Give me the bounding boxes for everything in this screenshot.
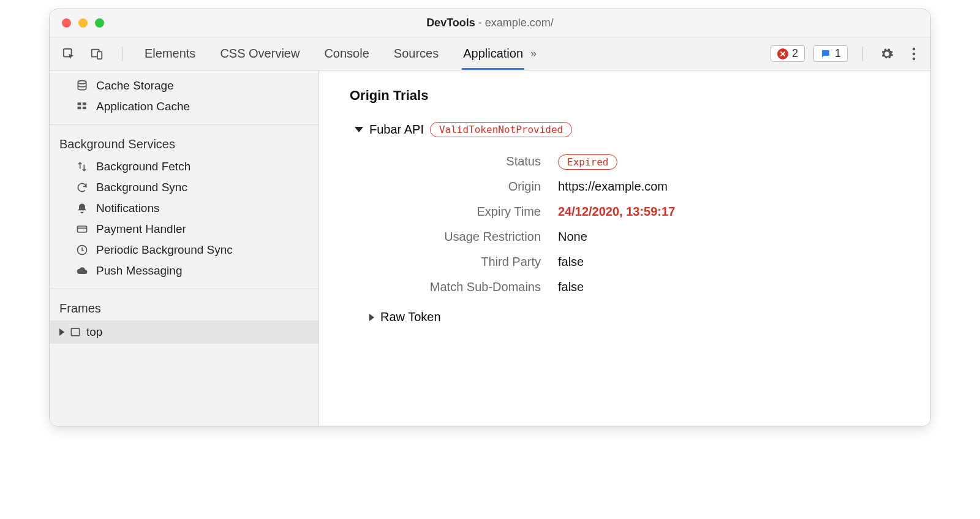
value-status: Expired [558,154,912,169]
window-title-sep: - [475,17,485,29]
expand-icon [369,314,374,321]
label-usage-restriction: Usage Restriction [374,230,558,244]
label-status: Status [374,154,558,169]
sidebar-item-label: Periodic Background Sync [96,243,233,257]
expand-icon [59,328,64,336]
window-title: DevTools - example.com/ [50,17,930,29]
devtools-toolbar: Elements CSS Overview Console Sources Ap… [50,37,930,70]
sidebar-item-label: Background Fetch [96,160,190,173]
tab-application[interactable]: Application [462,38,524,70]
sidebar-item-frame-top[interactable]: top [50,320,318,344]
sidebar-item-push-messaging[interactable]: Push Messaging [50,260,318,281]
svg-rect-7 [78,102,81,105]
devtools-body: Cache Storage Application Cache Backgrou… [50,70,930,426]
svg-rect-9 [78,107,81,109]
sidebar-item-label: top [86,325,102,339]
minimize-window-button[interactable] [78,18,88,28]
sidebar-heading-frames: Frames [50,294,318,320]
raw-token-row[interactable]: Raw Token [369,310,912,324]
clock-icon [75,244,89,256]
svg-point-6 [78,81,86,84]
label-origin: Origin [374,180,558,194]
svg-rect-2 [97,51,102,59]
value-usage-restriction: None [558,230,912,244]
tab-console[interactable]: Console [323,38,370,70]
sidebar-group-background-services: Background Services Background Fetch Bac… [50,125,318,289]
sidebar-item-label: Application Cache [96,100,190,113]
panel-tabs: Elements CSS Overview Console Sources Ap… [143,38,524,70]
device-toggle-icon[interactable] [88,45,106,63]
svg-rect-8 [83,102,86,105]
window-titlebar: DevTools - example.com/ [50,9,930,37]
devtools-window: DevTools - example.com/ Elements CSS Ove… [49,9,931,426]
traffic-lights [62,18,104,28]
sidebar-item-label: Payment Handler [96,222,186,236]
sidebar-item-label: Push Messaging [96,264,182,278]
transfer-icon [75,161,89,173]
settings-icon[interactable] [878,45,896,63]
status-badge: Expired [558,154,617,170]
label-match-subdomains: Match Sub-Domains [374,280,558,294]
sidebar-item-notifications[interactable]: Notifications [50,198,318,219]
messages-count: 1 [835,47,841,60]
origin-trial-row[interactable]: Fubar API ValidTokenNotProvided [355,122,912,137]
token-status-badge: ValidTokenNotProvided [430,122,572,137]
main-panel: Origin Trials Fubar API ValidTokenNotPro… [319,70,930,426]
sidebar-item-cache-storage[interactable]: Cache Storage [50,75,318,96]
zoom-window-button[interactable] [95,18,104,28]
page-title: Origin Trials [350,88,912,104]
value-expiry: 24/12/2020, 13:59:17 [558,205,912,219]
error-icon [777,48,788,59]
more-tabs-button[interactable]: » [524,47,543,60]
tab-sources[interactable]: Sources [393,38,440,70]
sidebar-group-frames: Frames top [50,289,318,344]
svg-rect-11 [78,226,87,232]
tab-css-overview[interactable]: CSS Overview [219,38,301,70]
close-window-button[interactable] [62,18,71,28]
value-match-subdomains: false [558,280,912,294]
toolbar-right: 2 1 [771,45,923,63]
window-title-page: example.com/ [485,17,554,29]
messages-counter[interactable]: 1 [813,45,848,62]
svg-rect-10 [83,107,86,109]
trial-details: Status Expired Origin https://example.co… [374,154,912,294]
label-expiry: Expiry Time [374,205,558,219]
sync-icon [75,181,89,194]
svg-rect-13 [71,328,79,336]
collapse-icon [355,127,363,132]
window-title-app: DevTools [426,17,475,29]
inspect-element-icon[interactable] [59,45,78,63]
sidebar-heading-background-services: Background Services [50,130,318,156]
frame-icon [69,326,81,338]
sidebar-item-periodic-background-sync[interactable]: Periodic Background Sync [50,240,318,260]
toolbar-left [57,45,129,63]
errors-counter[interactable]: 2 [771,45,805,62]
errors-count: 2 [792,47,798,60]
grid-icon [75,100,89,113]
application-sidebar: Cache Storage Application Cache Backgrou… [50,70,319,426]
sidebar-group-cache: Cache Storage Application Cache [50,70,318,125]
value-origin: https://example.com [558,180,912,194]
cloud-icon [75,265,89,277]
credit-card-icon [75,223,89,235]
tab-elements[interactable]: Elements [143,38,197,70]
kebab-menu-icon[interactable] [905,45,923,63]
svg-point-5 [913,57,915,59]
sidebar-item-label: Cache Storage [96,79,174,93]
trial-name: Fubar API [369,123,424,137]
sidebar-item-label: Notifications [96,202,160,215]
raw-token-label: Raw Token [380,310,441,324]
sidebar-item-background-sync[interactable]: Background Sync [50,177,318,198]
sidebar-item-label: Background Sync [96,181,187,194]
database-icon [75,80,89,92]
toolbar-divider-2 [862,47,863,61]
sidebar-item-payment-handler[interactable]: Payment Handler [50,219,318,240]
sidebar-item-background-fetch[interactable]: Background Fetch [50,156,318,177]
message-icon [820,48,831,59]
svg-point-4 [913,52,915,55]
value-third-party: false [558,255,912,269]
label-third-party: Third Party [374,255,558,269]
svg-point-3 [913,47,915,50]
sidebar-item-application-cache[interactable]: Application Cache [50,96,318,117]
bell-icon [75,202,89,214]
